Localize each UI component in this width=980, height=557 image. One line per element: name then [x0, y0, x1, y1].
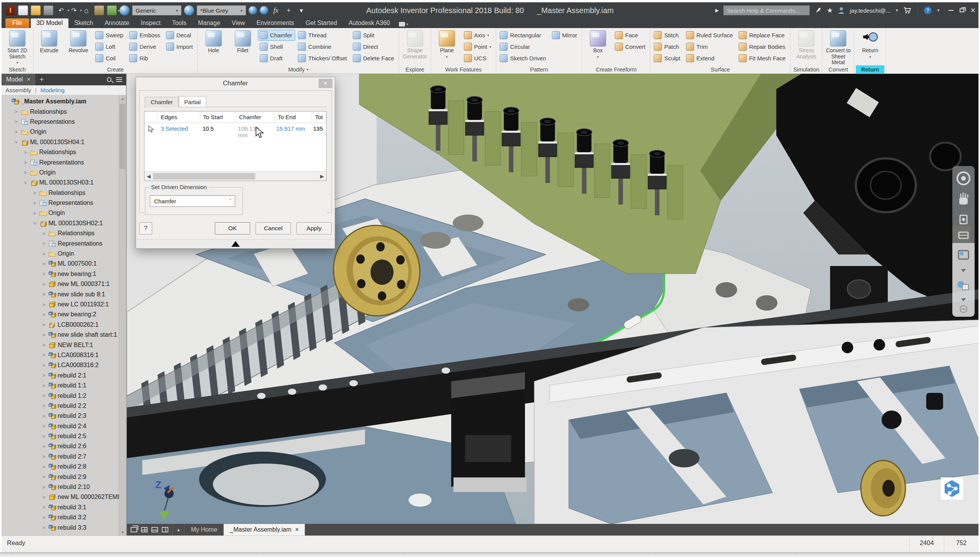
cell-chamfer[interactable]: 109.139 mm — [235, 123, 273, 141]
navigation-bar[interactable] — [952, 166, 975, 317]
dropdown-chevron-icon[interactable]: ▾ — [17, 61, 18, 65]
tree-expander-icon[interactable]: > — [22, 160, 28, 165]
minimize-button[interactable] — [948, 10, 953, 11]
fit-mesh-face-button[interactable]: Fit Mesh Face — [737, 53, 789, 64]
hole-button[interactable]: Hole — [199, 30, 228, 65]
ruled-surface-button[interactable]: Ruled Surface — [684, 30, 736, 41]
save-icon[interactable] — [43, 5, 53, 15]
tree-item[interactable]: >new ML 0000371:1 — [2, 279, 126, 289]
ucs-button[interactable]: UCS — [462, 53, 495, 64]
tile-windows-icon[interactable] — [141, 527, 148, 532]
redo-icon[interactable]: ↷▾ — [69, 5, 79, 15]
select-tool-icon[interactable]: ▾ — [107, 5, 117, 15]
view-modeling-link[interactable]: Modeling — [40, 87, 65, 94]
tab-chamfer[interactable]: Chamfer — [145, 97, 179, 108]
sweep-button[interactable]: Sweep — [93, 30, 126, 41]
home-icon[interactable]: ⌂ — [81, 5, 91, 15]
dialog-help-button[interactable]: ? — [139, 222, 152, 234]
scroll-down-icon[interactable]: ▾ — [121, 530, 124, 535]
trim-button[interactable]: Trim — [684, 41, 736, 52]
tree-expander-icon[interactable]: > — [41, 474, 47, 480]
start-2d-sketch-button[interactable]: Start 2D Sketch▾ — [3, 30, 32, 65]
return-button[interactable]: Return▾ — [856, 30, 884, 65]
circular-button[interactable]: Circular — [498, 41, 549, 52]
new-file-icon[interactable] — [18, 5, 28, 15]
tabbar-collapse-icon[interactable]: ▲ — [173, 524, 185, 535]
direct-button[interactable]: Direct — [351, 41, 397, 52]
chamfer-dialog-titlebar[interactable]: Chamfer × — [136, 77, 335, 90]
tree-item[interactable]: >ML 0000130SH03:1 — [2, 178, 126, 188]
black-clamp-block[interactable] — [451, 372, 527, 492]
tree-expander-icon[interactable]: > — [41, 342, 47, 348]
panel-label-work-features[interactable]: Work Features — [433, 65, 495, 73]
ribbon-tab-get-started[interactable]: Get Started — [300, 18, 343, 28]
table-horizontal-scrollbar[interactable]: ◀ ▶ — [145, 171, 326, 181]
appearance-filter-icon[interactable] — [249, 6, 257, 15]
favorites-star-icon[interactable]: ★ — [827, 6, 833, 15]
tree-item[interactable]: >new slide sub 8:1 — [2, 289, 126, 299]
panel-label-pattern[interactable]: Pattern — [498, 65, 580, 73]
tree-expander-icon[interactable]: > — [41, 261, 47, 267]
sculpt-button[interactable]: Sculpt — [652, 53, 683, 64]
ok-button[interactable]: OK — [215, 222, 250, 234]
tree-item[interactable]: >rebuild 2:2 — [2, 401, 126, 411]
clear-appearance-icon[interactable] — [260, 6, 268, 15]
column-header-to-start[interactable]: To Start — [200, 111, 236, 123]
driven-dimension-select[interactable]: Chamfer ˇ — [150, 195, 235, 207]
qat-more-chevron[interactable]: ▾ — [296, 5, 306, 15]
fillet-button[interactable]: Fillet — [229, 30, 257, 65]
tree-expander-icon[interactable]: > — [41, 241, 47, 246]
tree-item[interactable]: >Origin — [2, 168, 126, 178]
revolve-button[interactable]: Revolve — [64, 30, 93, 65]
tree-expander-icon[interactable]: > — [32, 210, 38, 216]
tree-expander-icon[interactable]: > — [41, 434, 47, 439]
decal-button[interactable]: Decal — [164, 30, 196, 41]
browser-search-icon[interactable] — [107, 77, 111, 82]
tree-expander-icon[interactable]: > — [41, 413, 47, 419]
undo-icon[interactable]: ↶▾ — [56, 5, 66, 15]
tree-expander-icon[interactable]: > — [41, 464, 47, 470]
box-button[interactable]: Box▾ — [584, 30, 612, 65]
tree-expander-icon[interactable]: > — [41, 302, 47, 308]
tree-item[interactable]: >ML 0007500:1 — [2, 259, 126, 269]
tree-item[interactable]: >new ML 0000262TEMP:1 — [2, 492, 126, 502]
ribbon-tab-inspect[interactable]: Inspect — [135, 18, 166, 28]
chamfer-dialog-close-button[interactable]: × — [319, 79, 332, 88]
tree-item[interactable]: >new bearing:1 — [2, 269, 126, 279]
cell-tot[interactable]: 135 — [310, 123, 326, 141]
repair-bodies-button[interactable]: Repair Bodies — [737, 41, 789, 52]
ribbon-tab-3d-model[interactable]: 3D Model — [31, 18, 68, 28]
material-ball-icon[interactable] — [120, 5, 130, 15]
coil-button[interactable]: Coil — [93, 53, 126, 64]
ribbon-tab-file[interactable]: File — [5, 18, 29, 28]
tree-item[interactable]: >LCA0008316:1 — [2, 350, 126, 360]
derive-button[interactable]: Derive — [127, 41, 163, 52]
tree-item[interactable]: >Representations — [2, 157, 126, 167]
panel-label-create[interactable]: Create — [35, 65, 196, 73]
tree-expander-icon[interactable]: > — [41, 504, 47, 510]
chamfer-dialog[interactable]: Chamfer × Chamfer Partial EdgesTo StartC… — [136, 77, 335, 249]
extrude-button[interactable]: Extrude — [35, 30, 63, 65]
dropdown-chevron-icon[interactable]: ▾ — [490, 45, 492, 49]
cell-to-end[interactable]: 15.917 mm — [273, 123, 310, 141]
thread-button[interactable]: Thread — [296, 30, 350, 41]
panel-label-surface[interactable]: Surface — [652, 65, 789, 73]
plane-button[interactable]: Plane▾ — [433, 30, 461, 65]
tree-item[interactable]: >new LC 0011932:1 — [2, 299, 126, 309]
panel-label-sketch[interactable]: Sketch — [3, 65, 32, 73]
tree-item[interactable]: >NEW BELT:1 — [2, 340, 126, 350]
appearance-combo[interactable]: *Blue Grey▾ — [197, 5, 246, 15]
tree-expander-icon[interactable]: > — [41, 423, 47, 429]
tree-item[interactable]: >rebuild 2:3 — [2, 411, 126, 421]
capture-image-icon[interactable] — [94, 5, 104, 15]
help-icon[interactable]: ? — [924, 6, 932, 15]
tree-item[interactable]: >rebuild 2:4 — [2, 421, 126, 431]
dropdown-chevron-icon[interactable]: ▾ — [446, 55, 448, 59]
tree-scrollbar[interactable]: ▴▾ — [119, 95, 126, 535]
column-header-to-end[interactable]: To End — [275, 111, 312, 123]
tree-expander-icon[interactable]: > — [41, 231, 47, 236]
ribbon-tab-sketch[interactable]: Sketch — [68, 18, 99, 28]
browser-tab-model[interactable]: Model × — [2, 74, 35, 85]
tree-item[interactable]: >new bearing:2 — [2, 309, 126, 319]
tree-expander-icon[interactable]: > — [41, 312, 47, 318]
